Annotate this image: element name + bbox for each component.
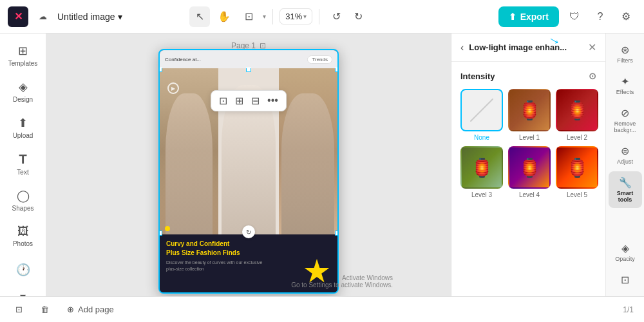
sidebar-text-label: Text [17,169,28,176]
yellow-dot [165,226,170,231]
export-label: Export [520,12,549,22]
canvas-main-title: Curvy and ConfidentPlus Size Fashion Fin… [166,240,331,258]
duplicate-button[interactable]: ⊡ [10,302,28,317]
canvas-top-strip: Confidence at... Trends [160,50,337,68]
sidebar-design-label: Design [13,96,33,103]
delete-button[interactable]: 🗑 [35,302,54,317]
level-4-thumb[interactable]: 🏮 [508,146,551,189]
bottom-bar: ⊡ 🗑 ⊕ Add page 1/1 [0,296,644,322]
level-4-item[interactable]: 🏮 Level 4 [508,146,551,198]
sidebar-photos-label: Photos [13,240,33,247]
undo-redo-group: ↺ ↻ [326,6,368,27]
intensity-adjust-icon[interactable]: ⊙ [589,71,596,81]
level-2-label: Level 2 [567,134,587,141]
canvas-area[interactable]: Page 1 ⊡ ⊡ ⊞ ⊟ ••• Confidence at... Tren… [46,33,451,296]
design-icon: ◈ [19,80,28,94]
settings-icon[interactable]: ⚙ [616,6,636,27]
float-grid-icon[interactable]: ⊞ [232,93,246,108]
document-title-area[interactable]: Untitled image ▾ [57,12,122,22]
play-button[interactable]: ▶ [167,82,179,94]
help-icon[interactable]: ? [590,6,611,27]
panel-content: Intensity ⊙ None 🏮 Level 1 [451,62,605,296]
sidebar-item-text[interactable]: T Text [4,147,43,181]
level-1-thumb[interactable]: 🏮 [508,89,551,131]
sidebar-item-upload[interactable]: ⬆ Upload [4,111,43,144]
selection-handle-br [335,231,339,236]
cloud-save-button[interactable]: ☁ [33,9,52,24]
right-tool-smart-tools[interactable]: 🔧 Smart tools [609,171,642,208]
intensity-text: Intensity [460,71,495,81]
level-5-item[interactable]: 🏮 Level 5 [556,146,598,198]
redo-button[interactable]: ↻ [348,6,368,27]
main-layout: ⊞ Templates ◈ Design ⬆ Upload T Text ◯ S… [0,33,644,296]
level-none-thumb[interactable] [460,89,503,131]
level-3-lantern: 🏮 [462,147,502,187]
frame-chevron-icon[interactable]: ▾ [263,13,266,20]
activate-line1: Activate Windows [291,274,393,281]
add-page-button[interactable]: ⊕ Add page [62,302,119,317]
refresh-icon[interactable]: ↻ [242,225,255,238]
panel-close-button[interactable]: ✕ [588,41,596,53]
right-sidebar: ⊛ Filters ✦ Effects ⊘ Remove backgr... ⊜… [605,33,644,296]
opacity-icon: ◈ [621,242,629,254]
effects-icon: ✦ [621,75,629,88]
panel-back-button[interactable]: ‹ [460,42,464,53]
sidebar-item-templates[interactable]: ⊞ Templates [4,39,43,72]
right-tool-remove-bg[interactable]: ⊘ Remove backgr... [609,102,642,138]
canvas-subtitle: Discover the beauty of curves with our e… [166,260,331,272]
float-crop-icon[interactable]: ⊟ [249,93,262,108]
adjust-label: Adjust [617,158,633,165]
duplicate-icon: ⊡ [15,305,23,314]
activate-line2: Go to Settings to activate Windows. [291,281,393,289]
level-1-item[interactable]: 🏮 Level 1 [508,89,551,141]
undo-button[interactable]: ↺ [326,6,346,27]
level-4-lantern: 🏮 [509,147,549,187]
person-left [166,93,213,234]
level-3-thumb[interactable]: 🏮 [460,146,503,189]
sidebar-upload-label: Upload [13,132,33,139]
photo-right [279,68,337,234]
level-none-item[interactable]: None [460,89,503,141]
cursor-tool-button[interactable]: ↖ [189,6,210,27]
level-1-label: Level 1 [519,134,540,141]
opacity-label: Opacity [615,256,635,262]
right-tool-opacity[interactable]: ◈ Opacity [609,237,642,267]
export-button[interactable]: ⬆ Export [498,6,559,27]
effects-label: Effects [616,89,634,95]
templates-icon: ⊞ [18,44,28,58]
level-5-thumb[interactable]: 🏮 [556,146,598,189]
float-frame-icon[interactable]: ⊡ [216,93,230,108]
canvas-frame[interactable]: Confidence at... Trends ▶ [158,49,339,294]
right-tool-filters[interactable]: ⊛ Filters [609,39,642,69]
app-logo[interactable]: ✕ [8,6,28,27]
level-3-label: Level 3 [471,191,492,198]
sidebar-item-photos[interactable]: 🖼 Photos [4,220,43,252]
title-chevron-icon: ▾ [118,12,122,22]
right-tool-effects[interactable]: ✦ Effects [609,70,642,100]
add-page-icon: ⊕ [67,305,74,314]
sidebar-collapse-button[interactable]: ▾ [4,285,43,296]
shapes-icon: ◯ [17,189,30,203]
sidebar-item-design[interactable]: ◈ Design [4,75,43,108]
level-2-item[interactable]: 🏮 Level 2 [556,89,598,141]
right-tool-more[interactable]: ⊡ [609,269,642,291]
zoom-control[interactable]: 31% ▾ [279,8,312,24]
level-2-thumb[interactable]: 🏮 [556,89,598,131]
hand-tool-button[interactable]: ✋ [214,6,234,27]
sidebar-clock-button[interactable]: 🕐 [4,258,43,282]
sidebar-templates-label: Templates [8,60,38,67]
remove-bg-label: Remove backgr... [611,120,639,133]
level-4-label: Level 4 [519,191,540,198]
level-3-item[interactable]: 🏮 Level 3 [460,146,503,198]
level-none-label: None [474,134,489,141]
person-right [281,93,334,234]
divider2 [319,9,319,24]
upload-icon: ⬆ [18,116,28,130]
frame-tool-button[interactable]: ⊡ [238,6,259,27]
right-tool-adjust[interactable]: ⊜ Adjust [609,140,642,170]
selection-handle-bl [158,231,162,236]
float-more-icon[interactable]: ••• [265,93,281,108]
sidebar-item-shapes[interactable]: ◯ Shapes [4,184,43,217]
photos-icon: 🖼 [17,225,29,238]
shield-icon[interactable]: 🛡 [564,6,585,27]
